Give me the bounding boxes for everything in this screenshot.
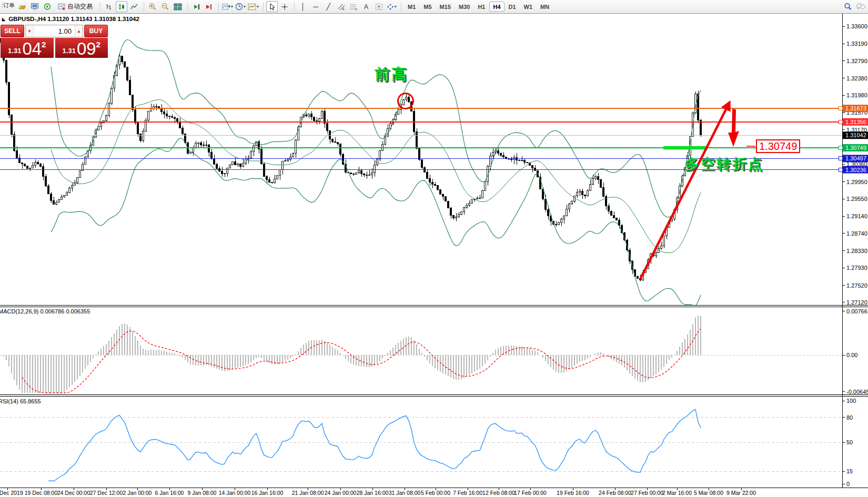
support-highlight-bar	[663, 146, 708, 149]
autotrade-label: 自动交易	[67, 2, 93, 11]
fibonacci-icon: F	[350, 3, 358, 11]
timeframe-h1[interactable]: H1	[474, 2, 489, 12]
template-icon	[248, 3, 256, 11]
candlestick-icon	[118, 3, 125, 11]
chart-canvas[interactable]: 1.336001.331901.327901.323801.319801.315…	[0, 14, 868, 497]
svg-text:2 Jan 00:00: 2 Jan 00:00	[123, 490, 152, 496]
tile-windows-icon	[174, 3, 182, 11]
svg-text:19 Feb 16:00: 19 Feb 16:00	[557, 490, 589, 496]
candle-chart-type-button[interactable]	[116, 1, 127, 12]
gold-bars-icon[interactable]	[16, 1, 28, 12]
buy-price-display[interactable]: 1.31 09 2	[55, 38, 108, 58]
svg-text:0: 0	[846, 481, 850, 487]
svg-text:F: F	[355, 8, 357, 11]
terminal-icon[interactable]	[29, 1, 41, 12]
cursor-icon	[269, 3, 276, 11]
templates-button[interactable]: ▾	[247, 1, 259, 12]
svg-text:1.31673: 1.31673	[845, 105, 866, 111]
zoom-out-icon	[161, 3, 169, 11]
svg-text:1.29140: 1.29140	[846, 213, 867, 219]
svg-text:1.32790: 1.32790	[846, 58, 867, 64]
volume-value[interactable]: 1.00	[34, 25, 75, 37]
indicators-button[interactable]: ▾	[221, 1, 234, 12]
svg-text:1.31980: 1.31980	[846, 92, 867, 98]
svg-text:0.00766: 0.00766	[846, 308, 867, 315]
timeframe-m15[interactable]: M15	[436, 2, 455, 12]
svg-text:1.27930: 1.27930	[846, 265, 867, 271]
buy-price-pips: 09	[77, 41, 96, 57]
timeframe-w1[interactable]: W1	[520, 2, 537, 12]
svg-text:24 Jan 00:00: 24 Jan 00:00	[325, 490, 357, 496]
svg-text:7 Feb 16:00: 7 Feb 16:00	[453, 490, 482, 496]
timeframe-m30[interactable]: M30	[455, 2, 473, 12]
text-tool[interactable]: A	[360, 1, 372, 12]
svg-text:19 Dec 08:00: 19 Dec 08:00	[25, 490, 58, 496]
vertical-line-tool[interactable]: │	[297, 1, 309, 12]
autotrade-button[interactable]: 自动交易	[54, 1, 96, 12]
chat-button[interactable]	[855, 1, 866, 12]
svg-text:5 Feb 00:00: 5 Feb 00:00	[421, 490, 450, 496]
bar-chart-type-button[interactable]	[103, 1, 115, 12]
svg-text:1.30236: 1.30236	[845, 167, 866, 173]
search-button[interactable]	[842, 1, 854, 12]
auto-scroll-icon	[193, 3, 200, 11]
autotrade-icon	[58, 3, 66, 11]
svg-text:80: 80	[846, 414, 853, 421]
line-chart-type-button[interactable]	[128, 1, 140, 12]
svg-text:1.30749: 1.30749	[845, 145, 866, 151]
svg-text:0.00: 0.00	[846, 352, 857, 358]
zoom-out-button[interactable]	[159, 1, 171, 12]
fibonacci-tool[interactable]: F	[348, 1, 359, 12]
svg-text:1.33190: 1.33190	[846, 40, 867, 47]
timeframe-h4[interactable]: H4	[489, 2, 504, 12]
svg-text:1.29950: 1.29950	[846, 179, 867, 185]
svg-text:16 Jan 16:00: 16 Jan 16:00	[251, 490, 284, 496]
tile-windows-button[interactable]	[172, 1, 184, 12]
svg-text:1.27120: 1.27120	[846, 299, 867, 306]
svg-text:1.33600: 1.33600	[846, 23, 867, 29]
svg-text:24 Feb 08:00: 24 Feb 08:00	[599, 490, 631, 496]
separator	[291, 2, 295, 12]
volume-decrease-button[interactable]: ▼	[26, 25, 34, 37]
volume-stepper: ▼ 1.00 ▲	[25, 25, 83, 37]
svg-text:-0.006452: -0.006452	[846, 389, 868, 395]
trendline-tool[interactable]: ╱	[322, 1, 334, 12]
auto-scroll-button[interactable]	[190, 1, 202, 12]
svg-text:28 Jan 16:00: 28 Jan 16:00	[357, 490, 389, 496]
sell-button[interactable]: SELL	[1, 25, 24, 37]
svg-text:2 Mar 16:00: 2 Mar 16:00	[662, 490, 692, 496]
signal-icon[interactable]	[42, 1, 53, 12]
horizontal-line-tool[interactable]: ─	[310, 1, 321, 12]
separator	[141, 2, 144, 12]
buy-button[interactable]: BUY	[84, 25, 108, 37]
zoom-in-button[interactable]	[147, 1, 158, 12]
timeframe-mn[interactable]: MN	[537, 2, 553, 12]
volume-increase-button[interactable]: ▲	[75, 25, 83, 37]
timeframe-m1[interactable]: M1	[404, 2, 419, 12]
sell-price-display[interactable]: 1.31 04 2	[1, 38, 54, 58]
previous-high-circle	[398, 94, 413, 109]
buy-label: BUY	[89, 27, 103, 35]
periods-button[interactable]: ▾	[235, 1, 246, 12]
cursor-tool-button[interactable]	[266, 1, 278, 12]
timeframe-m5[interactable]: M5	[420, 2, 435, 12]
bar-chart-icon	[105, 3, 113, 11]
bollinger-lower	[51, 138, 701, 307]
chevron-down-icon: ▾	[244, 4, 246, 9]
chevron-down-icon: ▾	[231, 4, 233, 9]
svg-text:1.29550: 1.29550	[846, 196, 867, 202]
channel-tool[interactable]: E	[335, 1, 347, 12]
trend-up-arrow	[640, 103, 729, 279]
new-order-button[interactable]: 新订单	[2, 1, 15, 12]
text-label-tool[interactable]: T	[373, 1, 385, 12]
svg-text:1.32380: 1.32380	[846, 75, 867, 82]
svg-text:1.28740: 1.28740	[846, 230, 867, 237]
timeframe-bar: M1M5M15M30H1H4D1W1MN	[404, 2, 553, 12]
chart-shift-button[interactable]	[203, 1, 215, 12]
rsi-panel	[0, 410, 842, 481]
shapes-tool[interactable]: ▾	[386, 1, 397, 12]
svg-text:14 Jan 00:00: 14 Jan 00:00	[219, 490, 251, 496]
crosshair-tool-button[interactable]	[279, 1, 290, 12]
timeframe-d1[interactable]: D1	[505, 2, 520, 12]
macd-panel	[0, 316, 842, 393]
